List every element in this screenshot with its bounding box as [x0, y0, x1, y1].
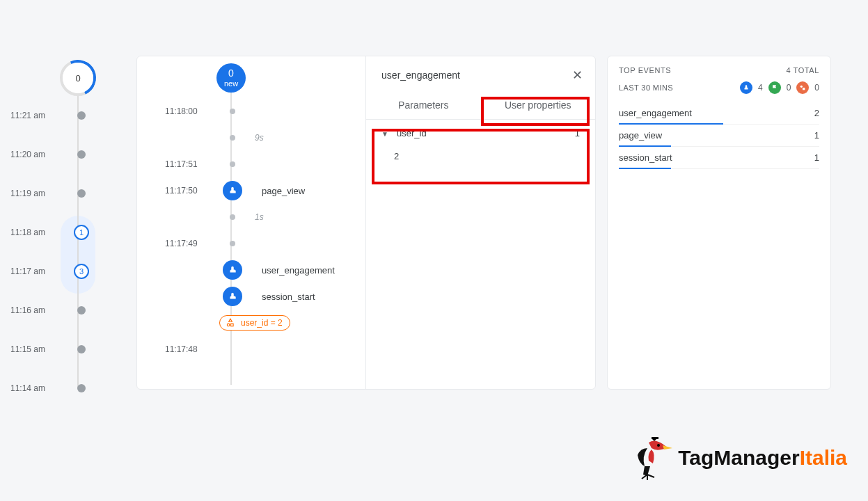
svg-point-2 [800, 86, 803, 88]
timeline-dot [230, 135, 235, 141]
event-name: user_engagement [619, 108, 692, 118]
svg-rect-1 [231, 324, 234, 326]
svg-point-0 [227, 324, 230, 326]
event-detail-panel: user_engagement ✕ Parameters User proper… [366, 56, 595, 389]
second-label: 11:17:51 [165, 159, 207, 169]
minute-node-active: 1 [74, 225, 89, 240]
minute-label: 11:14 am [10, 383, 48, 393]
minute-label: 11:16 am [10, 305, 48, 315]
minute-timeline: 0 11:21 am11:20 am11:19 am11:18 am111:17… [0, 7, 125, 408]
timeline-dot [230, 241, 235, 246]
shapes-icon [796, 81, 809, 94]
event-count: 1 [814, 130, 819, 141]
minute-row[interactable]: 11:16 am [10, 291, 125, 330]
svg-rect-4 [652, 437, 658, 439]
minute-label: 11:18 am [10, 228, 48, 237]
second-row: user_engagement [165, 257, 365, 283]
event-count: 2 [814, 108, 819, 118]
second-label: 11:17:49 [165, 239, 207, 248]
event-stream-panel: 0 new 11:18:009s11:17:5111:17:50page_vie… [136, 56, 596, 390]
event-name: session_start [619, 152, 672, 163]
time-gap: 9s [255, 133, 264, 143]
minute-node [77, 150, 86, 159]
new-label: new [224, 79, 238, 88]
second-row: user_id = 2 [165, 310, 365, 336]
minute-row[interactable]: 11:15 am [10, 330, 125, 369]
second-row: 11:17:48 [165, 336, 365, 363]
event-name[interactable]: user_engagement [262, 265, 335, 276]
top-events-panel: TOP EVENTS 4 TOTAL LAST 30 MINS 4 0 0 us… [607, 56, 831, 390]
new-events-badge[interactable]: 0 new [216, 63, 246, 93]
minute-row[interactable]: 11:20 am [10, 135, 125, 174]
second-label: 11:17:50 [165, 186, 207, 196]
touch-icon [223, 287, 242, 306]
minute-node [77, 306, 86, 315]
user-property-chip[interactable]: user_id = 2 [219, 315, 290, 331]
panel-subtitle: LAST 30 MINS [619, 84, 673, 92]
flag-icon [768, 81, 781, 94]
second-row: 11:17:50page_view [165, 177, 365, 204]
minute-node [77, 384, 86, 392]
panel-total: 4 TOTAL [786, 66, 819, 74]
new-count: 0 [228, 68, 234, 79]
timeline-dot [230, 161, 235, 167]
minute-label: 11:19 am [10, 189, 48, 198]
minute-row[interactable]: 11:21 am [10, 96, 125, 135]
second-row: 1s [165, 204, 365, 230]
timeline-dot [230, 109, 235, 114]
panel-title: TOP EVENTS [619, 66, 671, 74]
close-icon[interactable]: ✕ [572, 67, 583, 83]
event-name: page_view [619, 130, 662, 141]
minute-row[interactable]: 11:19 am [10, 174, 125, 213]
event-summary-row[interactable]: session_start1 [619, 147, 819, 169]
highlight-annotation [372, 129, 590, 184]
woodpecker-icon [635, 436, 674, 480]
minute-label: 11:17 am [10, 267, 48, 276]
live-count-node[interactable]: 0 [63, 63, 93, 93]
minute-label: 11:15 am [10, 344, 48, 354]
detail-title: user_engagement [381, 70, 460, 81]
timeline-line [77, 96, 79, 388]
minute-label: 11:20 am [10, 150, 48, 159]
tab-parameters[interactable]: Parameters [366, 91, 480, 119]
second-label: 11:18:00 [165, 106, 207, 116]
event-summary-row[interactable]: page_view1 [619, 125, 819, 147]
event-count: 1 [814, 152, 819, 163]
svg-rect-3 [803, 88, 805, 90]
brand-logo: TagManagerItalia [635, 436, 847, 480]
minute-node [77, 111, 86, 120]
event-bar [619, 168, 671, 169]
second-label: 11:17:48 [165, 344, 207, 354]
logo-brand: TagManager [678, 446, 799, 469]
minute-row[interactable]: 11:14 am [10, 369, 125, 408]
event-type-badges: 4 0 0 [740, 81, 819, 94]
minute-node-active: 3 [74, 264, 89, 279]
touch-icon [223, 260, 242, 280]
minute-node [77, 189, 86, 198]
logo-suffix: Italia [800, 446, 847, 469]
second-timeline: 0 new 11:18:009s11:17:5111:17:50page_vie… [137, 56, 366, 389]
second-row: session_start [165, 283, 365, 310]
touch-icon [740, 81, 752, 94]
time-gap: 1s [255, 212, 264, 222]
badge-count: 4 [758, 83, 763, 93]
second-row: 9s [165, 125, 365, 151]
minute-node [77, 345, 86, 353]
touch-icon [223, 181, 242, 200]
timeline-dot [230, 214, 235, 220]
svg-point-5 [657, 444, 660, 447]
highlight-annotation [481, 97, 590, 126]
event-name[interactable]: session_start [262, 292, 315, 302]
badge-count: 0 [787, 83, 791, 93]
minute-label: 11:21 am [10, 111, 48, 120]
event-summary-row[interactable]: user_engagement2 [619, 102, 819, 125]
badge-count: 0 [814, 83, 819, 93]
second-row: 11:17:49 [165, 230, 365, 257]
second-row: 11:17:51 [165, 151, 365, 177]
second-row: 11:18:00 [165, 98, 365, 125]
event-name[interactable]: page_view [262, 186, 305, 196]
